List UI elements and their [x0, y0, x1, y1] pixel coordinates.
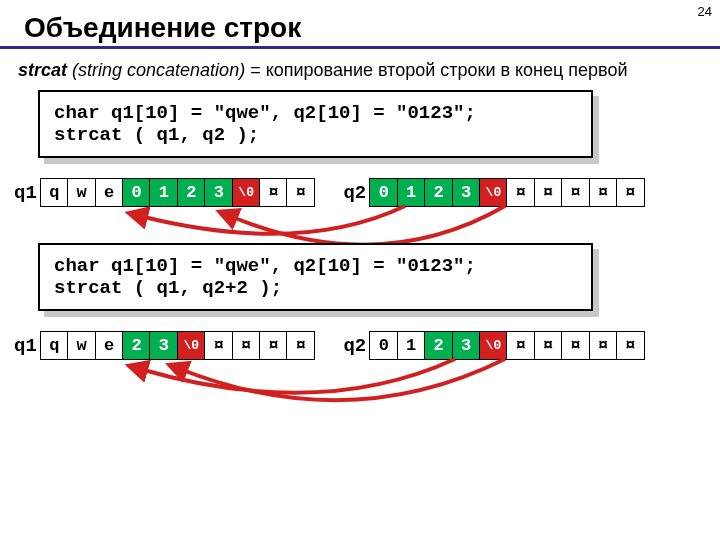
q2-label-2: q2: [343, 335, 366, 357]
cell: ¤: [561, 178, 590, 207]
cell: e: [95, 331, 124, 360]
cell: ¤: [506, 178, 535, 207]
page-title: Объединение строк: [24, 12, 720, 44]
cell: ¤: [561, 331, 590, 360]
code-block-2: char q1[10] = "qwe", q2[10] = "0123"; st…: [38, 243, 593, 311]
cell: \0: [177, 331, 206, 360]
cell: q: [40, 331, 69, 360]
cell: ¤: [506, 331, 535, 360]
cell: ¤: [616, 178, 645, 207]
code2-line1: char q1[10] = "qwe", q2[10] = "0123";: [54, 255, 476, 277]
cell: ¤: [534, 178, 563, 207]
cell: \0: [479, 331, 508, 360]
cell: w: [67, 178, 96, 207]
cell: 3: [149, 331, 178, 360]
cell: ¤: [616, 331, 645, 360]
cell: e: [95, 178, 124, 207]
code-block-1: char q1[10] = "qwe", q2[10] = "0123"; st…: [38, 90, 593, 158]
diagram-1: q1 qwe0123\0¤¤ q2 0123\0¤¤¤¤¤: [0, 178, 720, 207]
cell: ¤: [286, 331, 315, 360]
cell: 0: [122, 178, 151, 207]
cell: ¤: [589, 331, 618, 360]
cell: 2: [424, 331, 453, 360]
q1-label: q1: [14, 182, 37, 204]
cell: ¤: [204, 331, 233, 360]
q1-cells-2: qwe23\0¤¤¤¤: [40, 331, 316, 360]
q2-cells: 0123\0¤¤¤¤¤: [369, 178, 645, 207]
cell: ¤: [232, 331, 261, 360]
code2-line2: strcat ( q1, q2+2 );: [54, 277, 282, 299]
cell: 1: [397, 331, 426, 360]
cell: w: [67, 331, 96, 360]
cell: 1: [149, 178, 178, 207]
lead-paren: (string concatenation): [72, 60, 245, 80]
cell: 0: [369, 178, 398, 207]
cell: 1: [397, 178, 426, 207]
cell: ¤: [589, 178, 618, 207]
q2-cells-2: 0123\0¤¤¤¤¤: [369, 331, 645, 360]
cell: 3: [204, 178, 233, 207]
title-rule: [0, 46, 720, 49]
cell: 3: [452, 178, 481, 207]
cell: ¤: [259, 331, 288, 360]
q1-cells: qwe0123\0¤¤: [40, 178, 316, 207]
cell: ¤: [259, 178, 288, 207]
cell: ¤: [286, 178, 315, 207]
cell: 2: [177, 178, 206, 207]
cell: \0: [479, 178, 508, 207]
lead-rest: = копирование второй строки в конец перв…: [245, 60, 627, 80]
page-number: 24: [698, 4, 712, 19]
cell: \0: [232, 178, 261, 207]
diagram-2: q1 qwe23\0¤¤¤¤ q2 0123\0¤¤¤¤¤: [0, 331, 720, 360]
q2-label: q2: [343, 182, 366, 204]
lead-text: strcat (string concatenation) = копирова…: [18, 59, 702, 82]
cell: q: [40, 178, 69, 207]
q1-label-2: q1: [14, 335, 37, 357]
cell: 2: [122, 331, 151, 360]
lead-fn: strcat: [18, 60, 67, 80]
code1-line1: char q1[10] = "qwe", q2[10] = "0123";: [54, 102, 476, 124]
cell: 2: [424, 178, 453, 207]
cell: ¤: [534, 331, 563, 360]
code1-line2: strcat ( q1, q2 );: [54, 124, 259, 146]
cell: 3: [452, 331, 481, 360]
cell: 0: [369, 331, 398, 360]
